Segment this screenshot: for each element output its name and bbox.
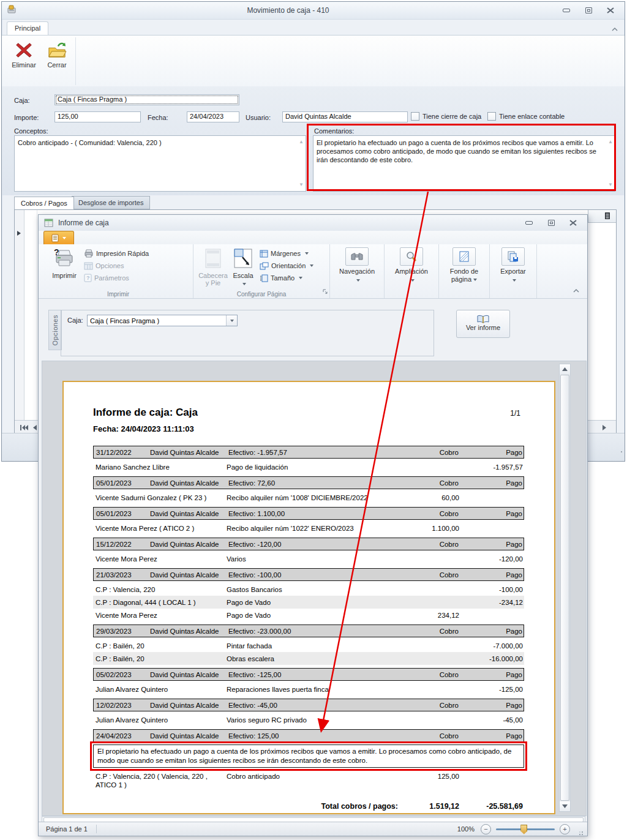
close-folder-icon [42,39,72,61]
ampliacion-button[interactable]: Ampliación [388,246,435,284]
scroll-down-icon[interactable]: ▼ [299,181,304,189]
comentarios-textarea[interactable]: El propietario ha efectuado un pago a cu… [313,135,615,192]
checkbox-tiene-cierre[interactable]: Tiene cierre de caja [411,112,481,121]
group-ampliacion: Ampliación [385,244,439,298]
grid-column-header[interactable] [588,210,616,223]
margenes-label: Márgenes [271,250,301,257]
scroll-right-button[interactable] [602,422,607,433]
first-record-button[interactable] [20,422,29,433]
combo-dropdown-button[interactable] [226,315,237,326]
cerrar-button[interactable]: Cerrar [42,38,72,69]
caja-field[interactable]: Caja ( Fincas Pragma ) [54,94,239,105]
minimize-button[interactable] [522,219,536,227]
col-cobro-header: Cobro [400,510,459,517]
detail-cobro: 125,00 [401,772,459,781]
tab-cobros-pagos[interactable]: Cobros / Pagos [14,197,74,209]
informe-ribbon: ? Imprimir Impresión Rápida Opciones ? [39,244,587,299]
eliminar-button[interactable]: Eliminar [9,38,39,69]
total-cobros: 1.519,12 [398,802,459,811]
prev-record-button[interactable] [32,422,37,433]
group-imprimir: ? Imprimir Impresión Rápida Opciones ? [43,244,193,298]
detail-pago: -45,00 [459,716,524,724]
resize-grip[interactable] [615,451,622,459]
close-button[interactable] [566,219,580,227]
app-icon [7,4,17,17]
detail-pago: -16.000,00 [459,654,524,663]
detail-concept: Cobro anticipado [227,772,401,781]
navegacion-button[interactable]: Navegación [334,246,380,284]
group-date: 21/03/2023 [96,571,150,579]
restore-button[interactable] [582,6,595,15]
zoom-slider-thumb[interactable] [520,825,527,834]
orientacion-button[interactable]: Orientación [260,261,314,271]
tamano-button[interactable]: Tamaño [260,273,314,283]
parametros-button[interactable]: ? Parámetros [84,273,149,283]
scrollbar-thumb[interactable] [560,375,569,801]
opciones-button[interactable]: Opciones [84,261,149,271]
col-pago-header: Pago [459,541,524,548]
group-user: David Quintas Alcalde [150,479,228,487]
checkbox-enlace-label: Tiene enlace contable [499,113,565,120]
screen: Movimiento de caja - 410 Principal Elimi… [0,0,627,840]
group-configurar-caption: Configurar Página [193,291,329,298]
usuario-field[interactable]: David Quintas Alcalde [282,111,408,122]
ver-informe-button[interactable]: Ver informe [456,310,510,338]
col-pago-header: Pago [459,510,524,517]
importe-field[interactable]: 125,00 [54,111,141,122]
detail-name: Julian Alvarez Quintero [93,716,227,724]
impresion-rapida-button[interactable]: Impresión Rápida [84,249,149,258]
dropdown-arrow-icon [242,283,246,285]
opciones-side-tab[interactable]: Opciones [48,310,62,350]
dropdown-arrow-icon [512,279,516,282]
exportar-button[interactable]: Exportar [494,246,533,284]
dialog-launcher-icon[interactable] [323,286,328,297]
conceptos-textarea[interactable]: Cobro anticipado - ( Comunidad: Valencia… [14,135,306,192]
col-cobro-header: Cobro [400,479,459,487]
report-detail-row: Vicente Sadurni Gonzalez ( PK 23 )Recibo… [93,491,524,504]
report-group-header: 05/01/2023David Quintas AlcaldeEfectivo:… [93,507,524,520]
escala-button[interactable]: Escala [229,246,257,287]
group-user: David Quintas Alcalde [150,671,228,678]
group-navegacion: Navegación [330,244,385,298]
caja-combobox[interactable]: Caja ( Fincas Pragma ) [87,315,238,326]
conceptos-label: Conceptos: [14,127,48,135]
scroll-up-icon[interactable]: ▲ [608,138,613,146]
col-pago-header: Pago [459,628,524,635]
scroll-up-button[interactable] [560,364,570,374]
tab-principal[interactable]: Principal [7,21,48,35]
close-button[interactable] [604,6,617,15]
cabecera-pie-button[interactable]: Cabecera y Pie [197,246,229,287]
scroll-up-icon[interactable]: ▲ [299,138,304,146]
restore-button[interactable] [544,219,558,227]
checkbox-tiene-enlace[interactable]: Tiene enlace contable [487,112,565,121]
imprimir-button[interactable]: ? Imprimir [47,246,81,279]
group-user: David Quintas Alcalde [150,628,228,635]
scroll-down-icon[interactable]: ▼ [608,181,613,189]
window-title: Movimiento de caja - 410 [17,6,560,15]
group-efectivo: Efectivo: -23.000,00 [228,628,400,635]
zoom-out-button[interactable]: − [481,824,491,834]
report-group-header: 31/12/2022David Quintas AlcaldeEfectivo:… [93,446,524,459]
report-detail-row: Mariano Sanchez LlibrePago de liquidació… [93,460,524,473]
checkbox-icon [487,112,496,121]
fondo-pagina-button[interactable]: Fondo de página [443,246,486,283]
report-comment-row: El propietario ha efectuado un pago a cu… [93,744,524,768]
scroll-down-button[interactable] [560,801,570,811]
zoom-slider[interactable] [496,828,555,830]
zoom-in-button[interactable]: + [560,824,570,834]
report-menu-button[interactable] [43,231,74,245]
detail-pago: -120,00 [459,555,524,563]
close-icon [607,7,614,13]
group-efectivo: Efectivo: 1.100,00 [228,510,400,517]
group-user: David Quintas Alcalde [150,571,228,579]
ribbon-collapse-icon[interactable] [611,23,618,34]
ribbon-collapse-icon[interactable] [573,285,580,296]
margenes-button[interactable]: Márgenes [260,249,314,258]
fecha-field[interactable]: 24/04/2023 [187,111,239,122]
document-menu-icon [51,234,59,242]
resize-grip[interactable] [576,828,584,836]
preview-vertical-scrollbar[interactable] [559,364,571,812]
minimize-button[interactable] [560,6,573,15]
informe-tab-row [39,231,587,244]
tab-desglose-importes[interactable]: Desglose de importes [72,196,150,209]
